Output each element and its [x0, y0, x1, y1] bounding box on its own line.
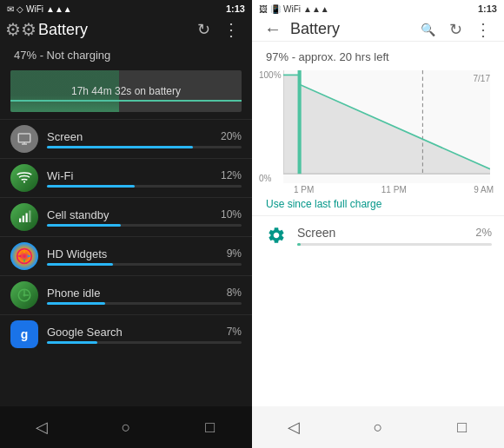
wifi-icon-right: WiFi [283, 4, 301, 14]
wifi-app-icon [10, 164, 38, 192]
svg-rect-15 [298, 70, 302, 174]
wifi-pct: 12% [221, 169, 242, 182]
screen-label-right: Screen [297, 226, 335, 240]
screen-bar-bg-right [297, 243, 492, 246]
widgets-pct: 9% [227, 247, 242, 260]
cell-info: Cell standby 10% [47, 208, 242, 227]
left-panel: ✉ ◇ WiFi ▲▲▲ 1:13 ⚙ Battery ↻ ⋮ 47% - No… [0, 0, 252, 448]
widgets-info: HD Widgets 9% [47, 247, 242, 266]
list-item[interactable]: g Google Search 7% [0, 314, 252, 353]
more-button-left[interactable]: ⋮ [221, 19, 242, 40]
cell-bar [47, 224, 121, 227]
bottom-nav-left: ◁ ○ □ [0, 406, 252, 448]
battery-status-right: 97% - approx. 20 hrs left [252, 42, 504, 67]
battery-status-left: 47% - Not charging [0, 42, 252, 67]
google-bar [47, 341, 97, 344]
screen-bar-right [297, 243, 301, 246]
google-info: Google Search 7% [47, 326, 242, 344]
list-item[interactable]: Wi-Fi 12% [0, 158, 252, 197]
battery-bar-text: 17h 44m 32s on battery [71, 85, 181, 97]
left-time: 1:13 [226, 3, 245, 14]
cell-icon [10, 203, 38, 231]
y-label-0: 0% [259, 174, 282, 183]
status-bar-left: ✉ ◇ WiFi ▲▲▲ 1:13 [0, 0, 252, 17]
home-button-left[interactable]: ○ [109, 410, 143, 445]
screen-label: Screen [47, 130, 83, 143]
back-arrow-button[interactable]: ← [262, 19, 283, 40]
home-button-right[interactable]: ○ [361, 410, 395, 445]
photo-icon: 🖼 [259, 4, 268, 14]
msg-icon: ✉ [7, 4, 14, 14]
more-button-right[interactable]: ⋮ [473, 19, 494, 40]
screen-bar [47, 146, 193, 148]
svg-rect-4 [19, 219, 21, 223]
recents-button-right[interactable]: □ [445, 410, 480, 445]
google-bar-bg [47, 341, 242, 344]
list-item[interactable]: Phone idle 8% [0, 275, 252, 314]
list-item[interactable]: Screen 20% [0, 119, 252, 158]
list-item[interactable]: HD Widgets 9% [0, 236, 252, 275]
gear-icon: ⚙ [10, 19, 31, 40]
y-label-100: 100% [259, 70, 282, 80]
x-label-1pm: 1 PM [294, 185, 314, 194]
cell-pct: 10% [221, 208, 242, 221]
search-button[interactable]: 🔍 [417, 19, 438, 40]
widgets-bar [47, 263, 113, 266]
chart-svg [283, 70, 490, 183]
svg-point-10 [23, 294, 26, 297]
right-panel: 🖼 📳 WiFi ▲▲▲ 1:13 ← Battery 🔍 ↻ ⋮ 97% - … [252, 0, 504, 448]
screen-bar-bg [47, 146, 242, 148]
wifi-info: Wi-Fi 12% [47, 169, 242, 188]
battery-chart: 100% 0% 7/17 [283, 70, 490, 183]
diamond-icon: ◇ [17, 4, 23, 14]
phone-label: Phone idle [47, 287, 100, 300]
svg-rect-7 [29, 211, 30, 223]
list-item[interactable]: Cell standby 10% [0, 197, 252, 236]
chart-date-label: 7/17 [474, 74, 490, 83]
wifi-bar-bg [47, 185, 242, 188]
bottom-nav-right: ◁ ○ □ [252, 406, 504, 448]
left-status-icons: ✉ ◇ WiFi ▲▲▲ [7, 4, 72, 14]
phone-bar [47, 302, 105, 305]
screen-icon [10, 125, 38, 153]
svg-point-3 [23, 181, 25, 182]
right-usage-screen[interactable]: Screen 2% [252, 215, 504, 254]
recents-button-left[interactable]: □ [193, 410, 228, 445]
cell-label: Cell standby [47, 208, 109, 221]
wifi-bar [47, 185, 135, 188]
svg-rect-6 [26, 214, 28, 223]
refresh-button-right[interactable]: ↻ [445, 19, 466, 40]
x-label-11pm: 11 PM [381, 185, 407, 194]
signal-icon-left: ▲▲▲ [46, 4, 72, 14]
svg-rect-5 [23, 216, 24, 223]
google-icon: g [10, 320, 38, 348]
widgets-icon [10, 242, 38, 270]
phone-bar-bg [47, 302, 242, 305]
back-button-right[interactable]: ◁ [276, 410, 311, 445]
wifi-label: Wi-Fi [47, 169, 73, 182]
refresh-button[interactable]: ↻ [193, 19, 214, 40]
right-status-icons: 🖼 📳 WiFi ▲▲▲ [259, 4, 329, 14]
wifi-icon-left: WiFi [26, 4, 43, 14]
widgets-label: HD Widgets [47, 247, 107, 260]
google-label: Google Search [47, 326, 123, 339]
back-button-left[interactable]: ◁ [24, 410, 59, 445]
usage-list-left: Screen 20% Wi-Fi 12% [0, 119, 252, 406]
cell-bar-bg [47, 224, 242, 227]
google-pct: 7% [227, 326, 242, 339]
signal-icon-right: ▲▲▲ [303, 4, 329, 14]
right-time: 1:13 [478, 3, 497, 14]
battery-bar-line [10, 100, 242, 102]
phone-pct: 8% [227, 287, 242, 300]
x-label-9am: 9 AM [474, 185, 494, 194]
phone-icon [10, 281, 38, 309]
use-since-charge-link[interactable]: Use since last full charge [252, 194, 504, 215]
right-title: Battery [290, 20, 410, 38]
vibrate-icon: 📳 [270, 4, 281, 14]
chart-y-labels: 100% 0% [259, 70, 282, 183]
chart-x-labels: 1 PM 11 PM 9 AM [283, 183, 504, 194]
battery-bar-left: 17h 44m 32s on battery [10, 70, 242, 112]
screen-gear-icon [264, 223, 288, 247]
screen-pct: 20% [221, 130, 242, 143]
phone-info: Phone idle 8% [47, 287, 242, 305]
